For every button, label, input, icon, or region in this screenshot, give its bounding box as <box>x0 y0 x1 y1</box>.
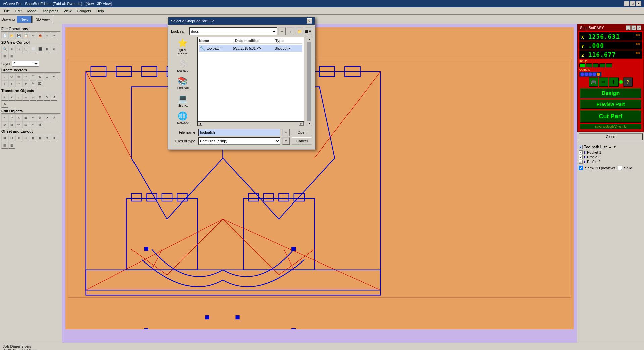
tool-poly[interactable]: ⬡ <box>44 73 50 80</box>
menu-gadgets[interactable]: Gadgets <box>74 8 94 14</box>
tool-smooth[interactable]: ⊙ <box>1 121 8 128</box>
menu-edit[interactable]: Edit <box>13 8 24 14</box>
tool-rect2[interactable]: ▭ <box>15 73 22 80</box>
shopbot-close[interactable]: ✕ <box>637 25 641 30</box>
tool-dim[interactable]: ↗ <box>15 80 22 87</box>
tool-zoomout[interactable]: ⊖ <box>15 46 22 52</box>
v-scrollbar[interactable]: ▲ ▼ <box>307 37 312 126</box>
minimize-btn[interactable]: _ <box>624 1 629 6</box>
dialog-close-btn[interactable]: ✕ <box>307 18 312 24</box>
tool-star[interactable]: ☆ <box>22 73 29 80</box>
menu-file[interactable]: File <box>1 8 13 14</box>
nav-network[interactable]: 🌐 Network <box>173 110 193 126</box>
toolpath-item-profile3[interactable]: ✓ Ⅱ Profile 3 <box>579 155 643 159</box>
nav-back-btn[interactable]: ← <box>278 27 286 35</box>
tool-nsel[interactable]: ↖ <box>1 114 8 121</box>
tool-copy[interactable]: 📋 <box>22 32 29 39</box>
tool-undo[interactable]: ↩ <box>44 32 50 39</box>
scroll-thumb[interactable] <box>307 42 311 121</box>
tool-rotate[interactable]: ⟳ <box>44 94 50 101</box>
scroll-up-arrow[interactable]: ▲ <box>307 37 311 42</box>
tool-arc[interactable]: ⌒ <box>30 73 36 80</box>
tool-spline[interactable]: S <box>37 73 43 80</box>
tool-layout4[interactable]: ⊛ <box>51 135 57 141</box>
cancel-button[interactable]: Cancel <box>292 137 312 145</box>
tool-layout5[interactable]: ▤ <box>1 142 8 149</box>
tool-open[interactable]: 📂 <box>8 32 15 39</box>
nav-libraries[interactable]: 📚 Libraries <box>173 75 193 91</box>
tool-new[interactable]: 📄 <box>1 32 8 39</box>
tool-mirror[interactable]: ↺ <box>51 94 57 101</box>
menu-toolpaths[interactable]: Toolpaths <box>40 8 61 14</box>
tool-export[interactable]: 📤 <box>37 32 43 39</box>
scroll-down-arrow[interactable]: ▼ <box>307 121 311 126</box>
tool-layout1[interactable]: ▦ <box>30 135 36 141</box>
tool-draw[interactable]: ✎ <box>30 80 36 87</box>
filename-dropdown[interactable]: ▼ <box>282 129 290 136</box>
tool-fit[interactable]: ◱ <box>22 46 29 52</box>
tool-zoom[interactable]: 🔍 <box>1 46 8 52</box>
tool-redo[interactable]: ↪ <box>51 32 57 39</box>
filetype-select[interactable]: Part Files (*.sbp) <box>198 137 280 145</box>
layer-select[interactable]: 0 <box>12 61 39 67</box>
shopbot-icon-2[interactable]: ✏ <box>599 77 608 87</box>
shopbot-icon-4[interactable]: ? <box>623 77 633 87</box>
shopbot-maximize[interactable]: □ <box>631 25 636 30</box>
nav-views-btn[interactable]: ▦▼ <box>305 27 312 35</box>
nav-desktop[interactable]: 🖥 Desktop <box>173 58 193 74</box>
view-3d-button[interactable]: 3D View <box>32 16 53 23</box>
toolpath-item-profile2[interactable]: ✓ Ⅱ Profile 2 <box>579 160 643 164</box>
tool-move-h[interactable]: ↔ <box>22 94 29 101</box>
close-button[interactable]: Close <box>579 133 643 140</box>
nav-up-btn[interactable]: ↑ <box>287 27 294 35</box>
tool-offset3[interactable]: ⊕ <box>15 135 22 141</box>
tool-array[interactable]: ⊙ <box>1 101 8 108</box>
tool-delete[interactable]: ⌦ <box>37 80 43 87</box>
open-button[interactable]: Open <box>292 129 312 136</box>
tool-select[interactable]: ↖ <box>1 94 8 101</box>
h-scrollbar[interactable]: ◄ ► <box>197 121 304 126</box>
cut-part-button[interactable]: Cut Part <box>580 110 641 123</box>
profile3-checkbox[interactable]: ✓ <box>579 155 583 159</box>
filename-input[interactable] <box>198 129 280 136</box>
tool-text2[interactable]: T <box>8 80 15 87</box>
tool-scale[interactable]: ⤢ <box>8 94 15 101</box>
tool-snap[interactable]: ▧ <box>51 46 57 52</box>
tool-circle[interactable]: ○ <box>1 73 8 80</box>
file-item-toolpatch[interactable]: 🔧 toolpatch 5/28/2018 5:31 PM ShopBot F <box>199 45 302 52</box>
nav-new-folder-btn[interactable]: 📁 <box>296 27 303 35</box>
nav-quick-access[interactable]: ⭐ Quick access <box>173 37 193 56</box>
solid-checkbox[interactable] <box>618 166 622 170</box>
tool-zoomin[interactable]: ⊕ <box>8 46 15 52</box>
toolpath-item-pocket1[interactable]: ✓ Ⅱ Pocket 1 <box>579 150 643 154</box>
tool-join[interactable]: ⊕ <box>37 114 43 121</box>
tool-save[interactable]: 💾 <box>15 32 22 39</box>
profile2-checkbox[interactable]: ✓ <box>579 160 583 164</box>
shopbot-minimize[interactable]: _ <box>626 25 631 30</box>
menu-model[interactable]: Model <box>24 8 40 14</box>
tool-line[interactable]: 〰 <box>51 73 57 80</box>
tool-guides[interactable]: ▥ <box>8 53 15 59</box>
shopbot-icon-3[interactable]: ⬆ <box>609 77 619 87</box>
new-button[interactable]: New <box>17 16 32 23</box>
maximize-btn[interactable]: □ <box>630 1 635 6</box>
tool-text[interactable]: T <box>1 80 8 87</box>
tool-nsel2[interactable]: ↗ <box>8 114 15 121</box>
tool-edit2[interactable]: ✏ <box>15 121 22 128</box>
tool-move-v[interactable]: ↕ <box>15 94 22 101</box>
tp-down-arrow[interactable]: ▼ <box>613 144 617 149</box>
tool-tab[interactable]: ▤ <box>22 121 29 128</box>
scroll-right[interactable]: ► <box>299 122 304 126</box>
tool-cut[interactable]: ✂ <box>30 32 36 39</box>
design-button[interactable]: Design <box>580 88 641 98</box>
tool-layout6[interactable]: ▥ <box>8 142 15 149</box>
tool-align[interactable]: ✛ <box>30 94 36 101</box>
tool-rect[interactable]: ⬜ <box>30 46 36 52</box>
tool-break[interactable]: ✂ <box>30 114 36 121</box>
save-toolpath-button[interactable]: Save Toolpath(s) to File <box>580 124 641 129</box>
tool-ellipse[interactable]: ⬭ <box>8 73 15 80</box>
tool-node[interactable]: ⊕ <box>22 80 29 87</box>
menu-help[interactable]: Help <box>94 8 107 14</box>
show-2d-previews-checkbox[interactable] <box>579 166 583 170</box>
tool-layout3[interactable]: ⊙ <box>44 135 50 141</box>
